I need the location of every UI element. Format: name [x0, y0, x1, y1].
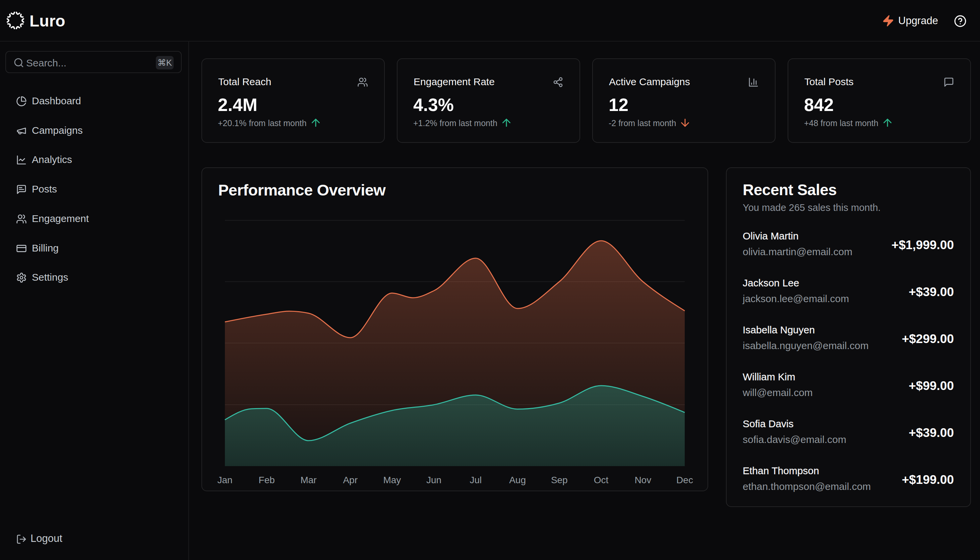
svg-text:Dec: Dec	[676, 475, 693, 485]
svg-text:Nov: Nov	[635, 475, 651, 485]
svg-text:Aug: Aug	[509, 475, 526, 485]
svg-text:Jul: Jul	[470, 475, 482, 485]
svg-text:Mar: Mar	[300, 475, 316, 485]
svg-text:Jan: Jan	[217, 475, 232, 485]
svg-text:Feb: Feb	[259, 475, 275, 485]
svg-text:May: May	[383, 475, 401, 485]
svg-text:Oct: Oct	[594, 475, 609, 485]
svg-text:Jun: Jun	[426, 475, 442, 485]
svg-text:Sep: Sep	[551, 475, 568, 485]
svg-text:Apr: Apr	[343, 475, 358, 485]
